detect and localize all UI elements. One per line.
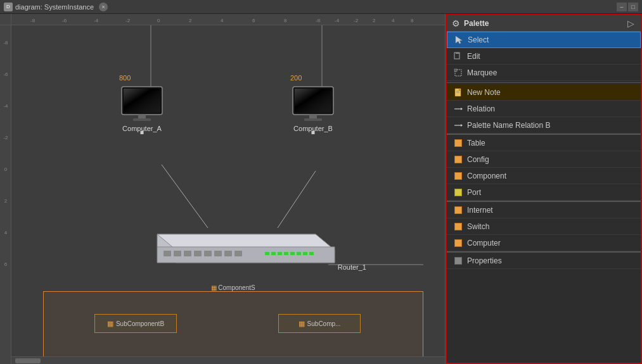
- app-icon: D: [4, 3, 13, 11]
- svg-rect-55: [297, 252, 301, 255]
- palette-item-edit[interactable]: Edit: [447, 48, 641, 65]
- node-a-connector: [141, 131, 144, 134]
- svg-text:-8: -8: [316, 18, 321, 23]
- svg-rect-62: [454, 69, 457, 72]
- svg-rect-35: [295, 89, 331, 113]
- svg-text:8: 8: [411, 18, 414, 23]
- svg-marker-58: [456, 36, 462, 44]
- palette-title: Palette: [464, 19, 489, 28]
- scrollbar-thumb[interactable]: [15, 358, 41, 363]
- maximize-button[interactable]: □: [628, 3, 638, 11]
- svg-rect-32: [133, 118, 151, 121]
- svg-text:8: 8: [284, 18, 287, 23]
- horizontal-scrollbar[interactable]: [11, 356, 445, 364]
- properties-icon: [453, 256, 463, 266]
- svg-text:-4: -4: [3, 103, 8, 109]
- palette-item-internet[interactable]: Internet: [447, 202, 641, 218]
- switch-device[interactable]: Router_1: [138, 222, 354, 274]
- svg-rect-30: [124, 89, 160, 113]
- palette-item-palette-name-relation-b[interactable]: Palette Name Relation B: [447, 117, 641, 134]
- palette-item-new-note[interactable]: New Note: [447, 84, 641, 101]
- svg-marker-68: [461, 108, 463, 110]
- palette-item-computer[interactable]: Computer: [447, 235, 641, 251]
- svg-text:0: 0: [4, 166, 8, 172]
- svg-rect-36: [309, 115, 317, 118]
- switch-icon-palette: [453, 222, 463, 232]
- palette-icon: ⚙: [452, 18, 460, 28]
- node-computer-b[interactable]: 200 Computer_B: [290, 85, 336, 132]
- component-label-item: Component: [467, 172, 506, 180]
- router-label: Router_1: [338, 263, 366, 271]
- svg-text:-4: -4: [94, 18, 99, 23]
- svg-rect-37: [304, 118, 322, 121]
- svg-text:4: 4: [4, 230, 8, 235]
- svg-rect-60: [456, 53, 459, 54]
- relation-label: Relation: [467, 104, 495, 113]
- svg-rect-49: [234, 251, 242, 256]
- svg-text:2: 2: [189, 18, 192, 23]
- sub2-label: SubComp...: [307, 320, 341, 327]
- palette-item-properties[interactable]: Properties: [447, 253, 641, 269]
- palette-item-component[interactable]: Component: [447, 168, 641, 184]
- svg-rect-56: [303, 252, 307, 255]
- switch-icon: [138, 222, 354, 272]
- svg-text:-2: -2: [354, 18, 359, 23]
- svg-rect-50: [265, 252, 269, 255]
- minimize-button[interactable]: –: [617, 3, 627, 11]
- palette-expand-button[interactable]: ▷: [626, 18, 636, 28]
- computer-label: Computer: [467, 239, 501, 248]
- palette-item-relation[interactable]: Relation: [447, 101, 641, 117]
- palette-item-select[interactable]: Select: [447, 32, 641, 48]
- separator-1: [447, 82, 641, 83]
- svg-rect-42: [164, 251, 171, 256]
- palette-panel: ⚙ Palette ▷ Select Edit: [446, 14, 642, 364]
- config-label: Config: [467, 155, 489, 164]
- window-controls: – □: [617, 3, 638, 11]
- marquee-label: Marquee: [467, 68, 497, 77]
- port-icon: [453, 187, 463, 198]
- internet-icon: [453, 205, 463, 215]
- palette-item-marquee[interactable]: Marquee: [447, 65, 641, 81]
- relation-icon: [453, 104, 463, 114]
- marquee-icon: [453, 68, 463, 78]
- component-icon: [453, 171, 463, 181]
- new-note-label: New Note: [467, 88, 501, 97]
- svg-text:-2: -2: [3, 135, 8, 141]
- sub1-label: SubComponentB: [116, 320, 164, 327]
- svg-rect-53: [284, 252, 288, 255]
- palette-name-relation-b-label: Palette Name Relation B: [467, 121, 550, 130]
- sub-frame-2[interactable]: ▦ SubComp...: [278, 314, 361, 333]
- palette-name-relation-b-icon: [453, 120, 463, 130]
- svg-marker-70: [461, 124, 463, 127]
- ruler-corner: [0, 14, 11, 25]
- main-area: -8 -6 -4 -2 0 2 4 6 8 -8 -4 -2 2 4 8 -8: [0, 14, 642, 364]
- svg-text:2: 2: [373, 18, 376, 23]
- svg-text:-8: -8: [3, 40, 8, 46]
- properties-label: Properties: [467, 256, 502, 265]
- component-frame[interactable]: ▦ ComponentS ▦ SubComponentB ▦ SubComp..…: [43, 291, 423, 361]
- select-icon: [454, 35, 464, 45]
- sub-frame-1[interactable]: ▦ SubComponentB: [94, 314, 177, 333]
- computer-icon-palette: [453, 238, 463, 248]
- select-label: Select: [468, 35, 489, 44]
- svg-text:-6: -6: [3, 72, 8, 77]
- palette-item-switch[interactable]: Switch: [447, 218, 641, 235]
- svg-rect-52: [278, 252, 282, 255]
- node-b-value: 200: [290, 74, 302, 82]
- svg-rect-51: [271, 252, 276, 255]
- svg-line-25: [162, 165, 208, 228]
- palette-item-config[interactable]: Config: [447, 151, 641, 168]
- switch-label: Switch: [467, 222, 489, 231]
- node-b-connector: [312, 131, 315, 134]
- node-computer-a[interactable]: 800: [119, 85, 165, 132]
- tab-close-button[interactable]: ×: [99, 3, 108, 11]
- config-icon: [453, 154, 463, 165]
- svg-text:-6: -6: [62, 18, 67, 23]
- palette-header: ⚙ Palette ▷: [447, 15, 641, 32]
- computer-a-icon: [119, 85, 165, 122]
- palette-item-port[interactable]: Port: [447, 184, 641, 201]
- ruler-left: -8 -6 -4 -2 0 2 4 6: [0, 25, 11, 364]
- svg-rect-45: [194, 251, 202, 256]
- palette-item-table[interactable]: Table: [447, 135, 641, 151]
- diagram-canvas[interactable]: 800: [11, 25, 445, 364]
